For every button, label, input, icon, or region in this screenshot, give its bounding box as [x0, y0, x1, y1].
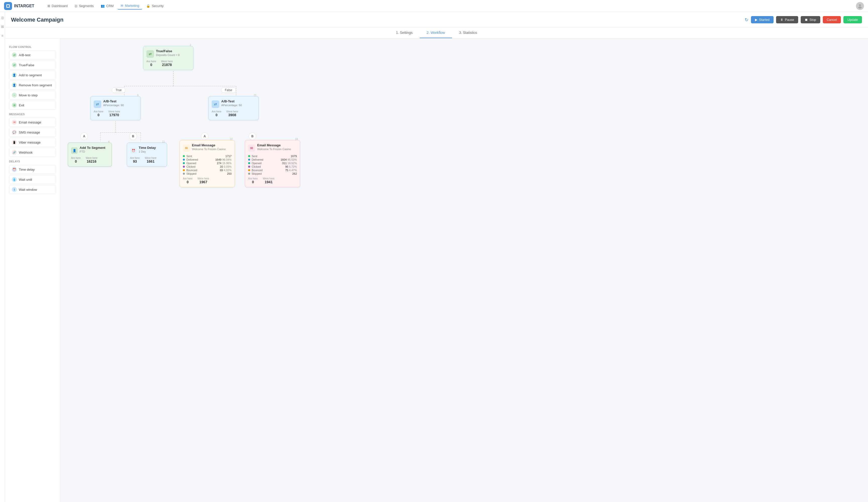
node-number-22: 22 — [230, 138, 232, 140]
crm-icon: 👥 — [101, 4, 105, 8]
panel-remove-segment[interactable]: 👤 Remove from segment — [9, 81, 56, 90]
nav-marketing[interactable]: ✉ Marketing — [117, 2, 142, 10]
sidebar-icon-2[interactable]: ⊞ — [0, 24, 5, 29]
add-segment-icon: 👤 — [12, 73, 17, 77]
panel-email-message[interactable]: ✉ Email message — [9, 118, 56, 127]
email-left-node-icon: ✉ — [183, 145, 190, 151]
node-time-delay[interactable]: 11 ⏰ Time Delay 1 Day Are here 93 — [127, 143, 167, 167]
panel-wait-window[interactable]: ℹ Wait window — [9, 185, 56, 194]
email-left-node-title: Email Message — [192, 143, 226, 147]
node-email-right[interactable]: 24 ✉ Email Message Welcome To Frozen Cas… — [245, 140, 300, 187]
logo-text: INTARGET — [14, 4, 34, 8]
page-header: Welcome Campaign ↻ ▶ Started ⏸ Pause ⏹ S… — [5, 12, 868, 28]
bounced-dot — [183, 169, 185, 171]
panel-ab-test[interactable]: ⇄ A/B-test — [9, 51, 56, 60]
add-segment-node-title: Add To Segment — [80, 146, 105, 149]
ab-test-right-stats: Are here 0 Were here 3908 — [212, 110, 256, 117]
email-right-node-icon: ✉ — [248, 145, 255, 151]
nav-segments[interactable]: ◎ Segments — [72, 2, 97, 9]
ab-label-right-a: A — [201, 133, 208, 140]
exit-icon: ⊞ — [12, 103, 17, 108]
time-delay-icon: ⏰ — [12, 167, 17, 172]
refresh-icon[interactable]: ↻ — [745, 17, 748, 23]
stop-button[interactable]: ⏹ Stop — [801, 16, 820, 23]
tab-workflow[interactable]: 2. Workflow — [420, 28, 452, 38]
node-email-left[interactable]: 22 ✉ Email Message Welcome To Frozen Cas… — [179, 140, 235, 187]
clicked-dot — [183, 166, 185, 168]
move-step-icon: → — [12, 93, 17, 98]
delivered-dot — [183, 159, 185, 161]
svg-rect-1 — [7, 5, 9, 7]
email-left-opened-row: Opened 274 15.96% — [183, 161, 231, 165]
time-delay-stats: Are here 93 Were here 1661 — [130, 157, 164, 164]
email-left-sent-row: Sent 1717 — [183, 155, 231, 158]
top-navigation: INTARGET ⊞ Dashboard ◎ Segments 👥 CRM ✉ … — [0, 0, 868, 12]
node-ab-test-left[interactable]: 3 ⇄ A/B-Test APercentage: 90 Are here — [90, 96, 141, 120]
update-button[interactable]: Update — [844, 16, 862, 23]
tab-statistics[interactable]: 3. Statistics — [452, 28, 484, 38]
sidebar-icon-3[interactable]: ≡ — [0, 33, 5, 38]
sidebar-icon-1[interactable]: ◎ — [0, 15, 5, 20]
node-number-21: 21 — [254, 94, 256, 97]
email-right-delivered-row: Delivered 1604 95.53% — [248, 158, 297, 161]
node-true-false[interactable]: 2 ⇄ True/False Deposits Count = 0 Are he… — [143, 46, 193, 70]
app-logo[interactable]: INTARGET — [4, 2, 34, 10]
ab-label-left-b: B — [130, 133, 137, 140]
pause-button[interactable]: ⏸ Pause — [776, 16, 798, 23]
email-left-bounced-row: Bounced 69 4.02% — [183, 169, 231, 172]
ab-label-right-b: B — [249, 133, 256, 140]
email-right-bounced-row: Bounced 75 4.47% — [248, 169, 297, 172]
true-false-icon: ⇄ — [12, 63, 17, 67]
time-delay-node-title: Time Delay — [138, 146, 156, 149]
ab-test-left-stats: Are here 0 Were here 17970 — [94, 110, 137, 117]
email-left-clicked-row: Clicked 16 0.93% — [183, 165, 231, 168]
node-ab-test-right[interactable]: 21 ⇄ A/B-Test APercentage: 50 Are here — [208, 96, 259, 120]
segments-icon: ◎ — [75, 4, 78, 8]
main-content: Welcome Campaign ↻ ▶ Started ⏸ Pause ⏹ S… — [5, 12, 868, 502]
panel-wait-until[interactable]: 💧 Wait until — [9, 175, 56, 184]
remove-segment-icon: 👤 — [12, 83, 17, 87]
viber-message-icon: 📱 — [12, 140, 17, 145]
logo-icon — [4, 2, 12, 10]
panel-sms-message[interactable]: 💬 SMS message — [9, 128, 56, 137]
security-icon: 🔒 — [146, 4, 150, 8]
panel-move-step[interactable]: → Move to step — [9, 91, 56, 100]
started-button[interactable]: ▶ Started — [751, 16, 774, 23]
connector-true: True — [112, 87, 125, 93]
delays-title: Delays — [9, 160, 56, 163]
panel-exit[interactable]: ⊞ Exit — [9, 101, 56, 110]
node-add-segment[interactable]: 4 👤 Add To Segment FTD Are here 0 — [68, 143, 112, 167]
tab-settings[interactable]: 1. Settings — [389, 28, 420, 38]
node-number-3: 3 — [137, 94, 138, 97]
nav-dashboard[interactable]: ⊞ Dashboard — [44, 2, 71, 9]
email-right-stats: Sent 1679 Delivered 1604 95.53% Opened — [248, 155, 297, 175]
flow-panel: Flow control ⇄ A/B-test ⇄ True/False 👤 A… — [5, 39, 60, 502]
stop-icon: ⏹ — [805, 18, 808, 22]
ab-test-right-icon: ⇄ — [212, 101, 219, 108]
panel-add-segment[interactable]: 👤 Add to segment — [9, 71, 56, 80]
page-title: Welcome Campaign — [11, 17, 63, 23]
panel-viber-message[interactable]: 📱 Viber message — [9, 138, 56, 147]
add-segment-stats: Are here 0 Were here 16216 — [71, 157, 108, 164]
sent-dot — [183, 155, 185, 157]
user-avatar[interactable] — [856, 2, 864, 10]
panel-webhook[interactable]: 🔗 Webhook — [9, 148, 56, 157]
pause-icon: ⏸ — [780, 18, 783, 22]
true-false-node-title: True/False — [156, 49, 179, 53]
email-left-skipped-row: Skipped 250 — [183, 172, 231, 175]
main-layout: ◎ ⊞ ≡ Welcome Campaign ↻ ▶ Started ⏸ Pau… — [0, 12, 868, 502]
connector-false: False — [221, 87, 236, 93]
skipped-dot — [183, 173, 185, 175]
workflow-inner: 2 ⇄ True/False Deposits Count = 0 Are he… — [65, 43, 863, 219]
node-number-24: 24 — [295, 138, 298, 140]
workflow-canvas: 2 ⇄ True/False Deposits Count = 0 Are he… — [60, 39, 868, 502]
ab-test-right-sub: APercentage: 50 — [221, 104, 242, 107]
panel-time-delay[interactable]: ⏰ Time delay — [9, 165, 56, 174]
panel-true-false[interactable]: ⇄ True/False — [9, 61, 56, 70]
email-message-icon: ✉ — [12, 120, 17, 125]
nav-crm[interactable]: 👥 CRM — [98, 2, 117, 9]
ab-test-right-title: A/B-Test — [221, 100, 242, 103]
nav-security[interactable]: 🔒 Security — [143, 2, 166, 9]
cancel-button[interactable]: Cancel — [823, 16, 841, 23]
ab-test-icon: ⇄ — [12, 52, 17, 57]
